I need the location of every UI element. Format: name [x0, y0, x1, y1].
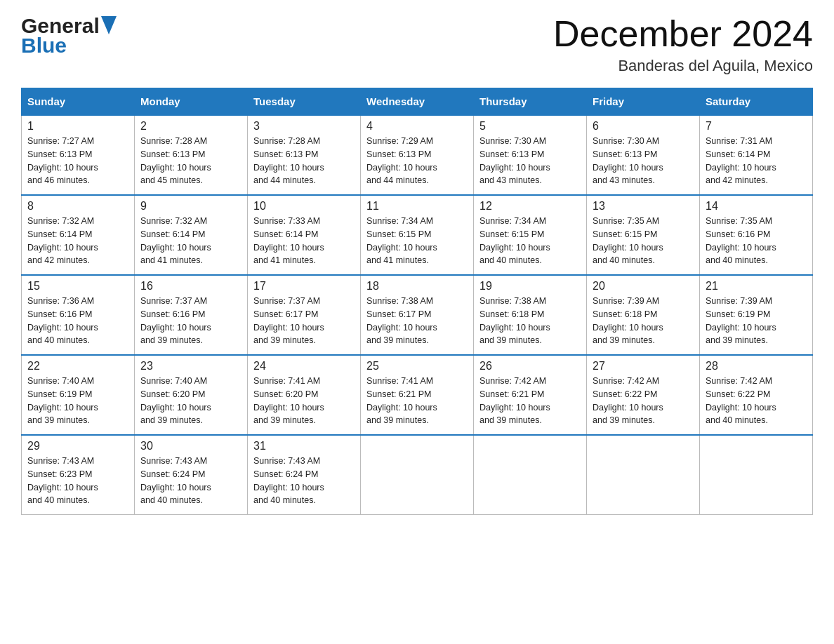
day-info: Sunrise: 7:34 AMSunset: 6:15 PMDaylight:…: [366, 215, 468, 267]
day-info: Sunrise: 7:38 AMSunset: 6:18 PMDaylight:…: [479, 295, 581, 347]
day-info: Sunrise: 7:43 AMSunset: 6:24 PMDaylight:…: [253, 455, 355, 507]
day-info: Sunrise: 7:30 AMSunset: 6:13 PMDaylight:…: [593, 135, 694, 187]
day-info: Sunrise: 7:32 AMSunset: 6:14 PMDaylight:…: [27, 215, 128, 267]
day-info: Sunrise: 7:39 AMSunset: 6:19 PMDaylight:…: [706, 295, 807, 347]
day-cell-28: 28Sunrise: 7:42 AMSunset: 6:22 PMDayligh…: [700, 355, 813, 435]
day-cell-31: 31Sunrise: 7:43 AMSunset: 6:24 PMDayligh…: [248, 435, 361, 515]
day-info: Sunrise: 7:41 AMSunset: 6:21 PMDaylight:…: [366, 375, 468, 427]
day-number: 11: [366, 200, 468, 213]
day-cell-5: 5Sunrise: 7:30 AMSunset: 6:13 PMDaylight…: [474, 115, 587, 195]
day-number: 27: [593, 360, 694, 373]
calendar-subtitle: Banderas del Aguila, Mexico: [553, 57, 813, 75]
day-cell-16: 16Sunrise: 7:37 AMSunset: 6:16 PMDayligh…: [135, 275, 248, 355]
day-cell-24: 24Sunrise: 7:41 AMSunset: 6:20 PMDayligh…: [248, 355, 361, 435]
day-number: 9: [140, 200, 241, 213]
day-cell-11: 11Sunrise: 7:34 AMSunset: 6:15 PMDayligh…: [361, 195, 474, 275]
week-row-3: 15Sunrise: 7:36 AMSunset: 6:16 PMDayligh…: [22, 275, 813, 355]
day-cell-23: 23Sunrise: 7:40 AMSunset: 6:20 PMDayligh…: [135, 355, 248, 435]
day-number: 3: [253, 120, 355, 133]
day-cell-1: 1Sunrise: 7:27 AMSunset: 6:13 PMDaylight…: [22, 115, 135, 195]
day-info: Sunrise: 7:40 AMSunset: 6:20 PMDaylight:…: [140, 375, 241, 427]
day-number: 31: [253, 440, 355, 452]
day-number: 15: [27, 280, 128, 293]
day-info: Sunrise: 7:40 AMSunset: 6:19 PMDaylight:…: [27, 375, 128, 427]
day-cell-26: 26Sunrise: 7:42 AMSunset: 6:21 PMDayligh…: [474, 355, 587, 435]
day-cell-30: 30Sunrise: 7:43 AMSunset: 6:24 PMDayligh…: [135, 435, 248, 515]
day-info: Sunrise: 7:34 AMSunset: 6:15 PMDaylight:…: [479, 215, 581, 267]
day-info: Sunrise: 7:33 AMSunset: 6:14 PMDaylight:…: [253, 215, 355, 267]
day-info: Sunrise: 7:35 AMSunset: 6:15 PMDaylight:…: [593, 215, 694, 267]
day-cell-7: 7Sunrise: 7:31 AMSunset: 6:14 PMDaylight…: [700, 115, 813, 195]
day-cell-14: 14Sunrise: 7:35 AMSunset: 6:16 PMDayligh…: [700, 195, 813, 275]
day-number: 8: [27, 200, 128, 213]
day-number: 5: [479, 120, 581, 133]
day-cell-21: 21Sunrise: 7:39 AMSunset: 6:19 PMDayligh…: [700, 275, 813, 355]
day-cell-17: 17Sunrise: 7:37 AMSunset: 6:17 PMDayligh…: [248, 275, 361, 355]
day-cell-4: 4Sunrise: 7:29 AMSunset: 6:13 PMDaylight…: [361, 115, 474, 195]
day-cell-19: 19Sunrise: 7:38 AMSunset: 6:18 PMDayligh…: [474, 275, 587, 355]
page-header: General Blue December 2024 Banderas del …: [21, 14, 813, 75]
calendar-title: December 2024: [553, 14, 813, 54]
day-info: Sunrise: 7:41 AMSunset: 6:20 PMDaylight:…: [253, 375, 355, 427]
column-header-monday: Monday: [135, 88, 248, 116]
day-number: 19: [479, 280, 581, 293]
day-cell-22: 22Sunrise: 7:40 AMSunset: 6:19 PMDayligh…: [22, 355, 135, 435]
day-cell-6: 6Sunrise: 7:30 AMSunset: 6:13 PMDaylight…: [587, 115, 700, 195]
day-info: Sunrise: 7:35 AMSunset: 6:16 PMDaylight:…: [706, 215, 807, 267]
logo-blue-text: Blue: [21, 34, 67, 58]
day-cell-3: 3Sunrise: 7:28 AMSunset: 6:13 PMDaylight…: [248, 115, 361, 195]
column-header-tuesday: Tuesday: [248, 88, 361, 116]
day-cell-10: 10Sunrise: 7:33 AMSunset: 6:14 PMDayligh…: [248, 195, 361, 275]
logo-arrow-icon: [101, 16, 117, 34]
day-number: 12: [479, 200, 581, 213]
day-number: 26: [479, 360, 581, 373]
empty-cell: [587, 435, 700, 515]
calendar-header-row: SundayMondayTuesdayWednesdayThursdayFrid…: [22, 88, 813, 116]
day-number: 13: [593, 200, 694, 213]
empty-cell: [700, 435, 813, 515]
day-cell-25: 25Sunrise: 7:41 AMSunset: 6:21 PMDayligh…: [361, 355, 474, 435]
day-number: 25: [366, 360, 468, 373]
empty-cell: [474, 435, 587, 515]
week-row-1: 1Sunrise: 7:27 AMSunset: 6:13 PMDaylight…: [22, 115, 813, 195]
day-info: Sunrise: 7:43 AMSunset: 6:23 PMDaylight:…: [27, 455, 128, 507]
day-cell-9: 9Sunrise: 7:32 AMSunset: 6:14 PMDaylight…: [135, 195, 248, 275]
day-info: Sunrise: 7:29 AMSunset: 6:13 PMDaylight:…: [366, 135, 468, 187]
day-info: Sunrise: 7:37 AMSunset: 6:17 PMDaylight:…: [253, 295, 355, 347]
day-number: 17: [253, 280, 355, 293]
day-info: Sunrise: 7:39 AMSunset: 6:18 PMDaylight:…: [593, 295, 694, 347]
day-number: 24: [253, 360, 355, 373]
day-number: 10: [253, 200, 355, 213]
svg-marker-0: [101, 16, 117, 34]
day-cell-18: 18Sunrise: 7:38 AMSunset: 6:17 PMDayligh…: [361, 275, 474, 355]
day-number: 2: [140, 120, 241, 133]
logo: General Blue: [21, 14, 117, 58]
week-row-2: 8Sunrise: 7:32 AMSunset: 6:14 PMDaylight…: [22, 195, 813, 275]
day-number: 1: [27, 120, 128, 133]
day-number: 20: [593, 280, 694, 293]
day-number: 7: [706, 120, 807, 133]
day-cell-13: 13Sunrise: 7:35 AMSunset: 6:15 PMDayligh…: [587, 195, 700, 275]
day-cell-20: 20Sunrise: 7:39 AMSunset: 6:18 PMDayligh…: [587, 275, 700, 355]
day-info: Sunrise: 7:37 AMSunset: 6:16 PMDaylight:…: [140, 295, 241, 347]
title-block: December 2024 Banderas del Aguila, Mexic…: [553, 14, 813, 75]
day-info: Sunrise: 7:32 AMSunset: 6:14 PMDaylight:…: [140, 215, 241, 267]
day-info: Sunrise: 7:30 AMSunset: 6:13 PMDaylight:…: [479, 135, 581, 187]
empty-cell: [361, 435, 474, 515]
day-number: 21: [706, 280, 807, 293]
day-cell-15: 15Sunrise: 7:36 AMSunset: 6:16 PMDayligh…: [22, 275, 135, 355]
day-number: 18: [366, 280, 468, 293]
day-info: Sunrise: 7:42 AMSunset: 6:22 PMDaylight:…: [593, 375, 694, 427]
day-info: Sunrise: 7:28 AMSunset: 6:13 PMDaylight:…: [140, 135, 241, 187]
column-header-thursday: Thursday: [474, 88, 587, 116]
day-info: Sunrise: 7:42 AMSunset: 6:21 PMDaylight:…: [479, 375, 581, 427]
column-header-friday: Friday: [587, 88, 700, 116]
day-number: 6: [593, 120, 694, 133]
day-number: 4: [366, 120, 468, 133]
column-header-saturday: Saturday: [700, 88, 813, 116]
day-cell-27: 27Sunrise: 7:42 AMSunset: 6:22 PMDayligh…: [587, 355, 700, 435]
day-number: 22: [27, 360, 128, 373]
week-row-4: 22Sunrise: 7:40 AMSunset: 6:19 PMDayligh…: [22, 355, 813, 435]
day-info: Sunrise: 7:42 AMSunset: 6:22 PMDaylight:…: [706, 375, 807, 427]
week-row-5: 29Sunrise: 7:43 AMSunset: 6:23 PMDayligh…: [22, 435, 813, 515]
